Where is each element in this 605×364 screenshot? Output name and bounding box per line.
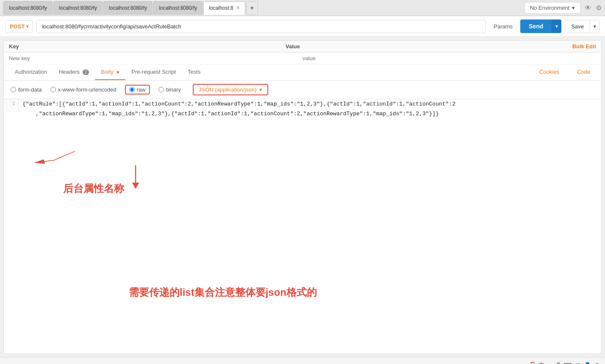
tab-cookies[interactable]: Cookies [533, 64, 565, 80]
request-toolbar: POST ▾ Params Send ▾ Save ▾ [0, 16, 605, 37]
tab-4[interactable]: localhost:8080/fy [153, 1, 203, 15]
bulk-edit-button[interactable]: Bulk Edit [562, 43, 596, 50]
json-type-label: JSON (application/json) [199, 86, 257, 93]
save-button[interactable]: Save [565, 20, 590, 33]
kv-header: Key Value Bulk Edit [4, 41, 601, 53]
binary-label: binary [166, 86, 181, 93]
user-icon[interactable]: 👤 [584, 362, 591, 364]
code-container: 1 {"actRule":[{"actId":1,"actionId":1,"a… [4, 99, 601, 226]
urlencoded-radio[interactable] [50, 87, 56, 92]
form-data-label: form-data [18, 86, 42, 93]
form-data-option[interactable]: form-data [11, 86, 42, 93]
cookies-label: Cookies [539, 69, 559, 75]
gear-icon[interactable]: ⚙ [596, 4, 602, 12]
line-number-2 [4, 109, 19, 112]
raw-label: raw [137, 86, 146, 93]
content-area: Key Value Bulk Edit Authorization Header… [3, 40, 602, 354]
tab-5-label: localhost:8 [209, 5, 233, 11]
method-select[interactable]: POST ▾ [5, 20, 33, 33]
editor-empty-space [4, 226, 601, 353]
send-group: Send ▾ [520, 19, 561, 33]
tab-headers[interactable]: Headers 2 [53, 64, 95, 80]
tab-5-close[interactable]: ✕ [236, 5, 240, 11]
tab-authorization[interactable]: Authorization [9, 64, 53, 80]
code-editor[interactable]: 1 {"actRule":[{"actId":1,"actionId":1,"a… [4, 99, 601, 226]
new-tab-button[interactable]: + [246, 1, 258, 15]
send-arrow-button[interactable]: ▾ [552, 19, 561, 33]
bottom-bar: S 中 · 🎤 ⌨ ⊞ 👤 ⚙ [0, 357, 605, 364]
dot-icon: · [548, 362, 549, 364]
mic-icon[interactable]: 🎤 [553, 362, 560, 364]
headers-badge: 2 [83, 69, 89, 75]
tab-4-label: localhost:8080/fy [159, 5, 197, 11]
environment-label: No Environment [530, 5, 569, 11]
code-line-2: ,"actionRewardType":1,"map_ids":"1,2,3"}… [4, 109, 601, 119]
grid-icon[interactable]: ⊞ [575, 362, 580, 364]
pre-request-label: Pre-request Script [131, 69, 176, 75]
eye-icon[interactable]: 👁 [585, 4, 591, 12]
tab-5[interactable]: localhost:8 ✕ [203, 1, 245, 15]
tab-body[interactable]: Body ● [95, 64, 125, 80]
send-chevron-icon: ▾ [555, 23, 558, 29]
urlencoded-option[interactable]: x-www-form-urlencoded [50, 86, 117, 93]
value-input[interactable] [302, 55, 596, 61]
tab-pre-request[interactable]: Pre-request Script [125, 64, 182, 80]
raw-radio[interactable] [129, 87, 135, 92]
tab-tests[interactable]: Tests [182, 64, 206, 80]
tabs-right: Cookies Code [533, 64, 596, 80]
environment-select[interactable]: No Environment ▾ [525, 2, 580, 14]
authorization-label: Authorization [15, 69, 47, 75]
urlencoded-label: x-www-form-urlencoded [58, 86, 117, 93]
s-icon: S [530, 361, 535, 364]
headers-label: Headers [59, 69, 80, 75]
line-content-2: ,"actionRewardType":1,"map_ids":"1,2,3"}… [19, 109, 601, 119]
params-button[interactable]: Params [489, 21, 517, 32]
save-group: Save ▾ [565, 20, 600, 33]
json-dropdown-arrow: ▾ [259, 86, 262, 93]
binary-radio[interactable] [158, 87, 164, 92]
json-type-dropdown[interactable]: JSON (application/json) ▾ [193, 84, 268, 95]
save-chevron-icon: ▾ [594, 24, 596, 29]
key-input[interactable] [9, 55, 302, 61]
kv-row [4, 53, 601, 64]
raw-option[interactable]: raw [125, 85, 150, 94]
body-options: form-data x-www-form-urlencoded raw bina… [4, 81, 601, 99]
line-number-1: 1 [4, 99, 19, 108]
env-dropdown-icon: ▾ [572, 5, 575, 11]
form-data-radio[interactable] [11, 87, 16, 92]
send-button[interactable]: Send [520, 19, 552, 33]
url-input[interactable] [36, 20, 486, 33]
tab-1-label: localhost:8080/fy [9, 5, 47, 11]
chinese-icon: 中 [538, 361, 544, 364]
code-line-1: 1 {"actRule":[{"actId":1,"actionId":1,"a… [4, 99, 601, 109]
method-label: POST [10, 23, 25, 30]
keyboard-icon[interactable]: ⌨ [563, 362, 572, 364]
method-arrow-icon: ▾ [26, 24, 28, 29]
tab-2[interactable]: localhost:8080/fy [53, 1, 103, 15]
body-label: Body [101, 69, 114, 75]
settings-icon[interactable]: ⚙ [594, 362, 600, 364]
tab-3-label: localhost:8080/fy [109, 5, 147, 11]
save-arrow-button[interactable]: ▾ [590, 20, 599, 33]
plus-icon: + [250, 4, 254, 12]
request-tabs: Authorization Headers 2 Body ● Pre-reque… [4, 64, 601, 81]
tab-bar: localhost:8080/fy localhost:8080/fy loca… [0, 0, 605, 16]
code-label: Code [577, 69, 590, 75]
tests-label: Tests [188, 69, 200, 75]
tab-2-label: localhost:8080/fy [59, 5, 97, 11]
tab-code[interactable]: Code [571, 64, 596, 80]
body-dot: ● [116, 69, 119, 75]
key-header: Key [9, 43, 286, 50]
value-header: Value [286, 43, 562, 50]
tab-3[interactable]: localhost:8080/fy [103, 1, 153, 15]
tab-1[interactable]: localhost:8080/fy [3, 1, 53, 15]
line-content-1: {"actRule":[{"actId":1,"actionId":1,"act… [19, 99, 601, 109]
binary-option[interactable]: binary [158, 86, 181, 93]
